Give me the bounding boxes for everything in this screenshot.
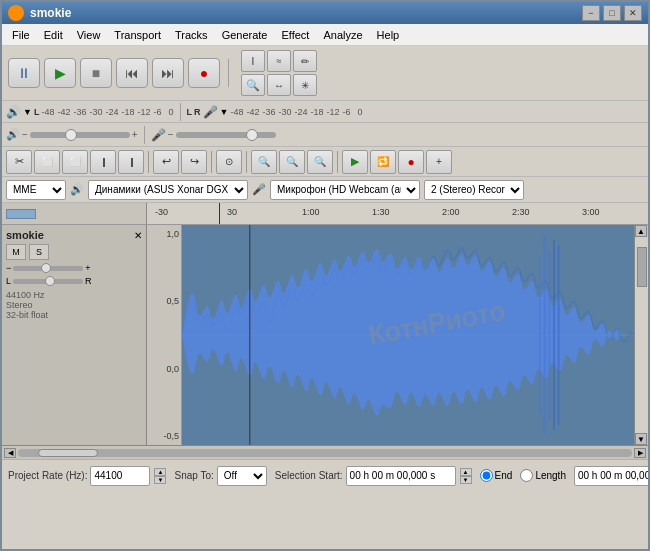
host-select[interactable]: MME (6, 180, 66, 200)
end-radio[interactable] (480, 469, 493, 482)
copy-button[interactable]: ⬜ (34, 150, 60, 174)
skip-start-button[interactable]: ⏮ (116, 58, 148, 88)
track-gain-plus: + (85, 263, 90, 273)
menu-effect[interactable]: Effect (276, 27, 316, 43)
meter-divider (180, 103, 181, 121)
volume-slider-minus: − (22, 129, 28, 140)
project-rate-field: Project Rate (Hz): ▲ ▼ (8, 466, 166, 486)
play-button[interactable]: ▶ (44, 58, 76, 88)
scroll-track[interactable] (635, 237, 648, 433)
scissors-button[interactable]: ✂ (6, 150, 32, 174)
paste-button[interactable]: ⬜ (62, 150, 88, 174)
ruler-tick-0: 30 (227, 207, 237, 217)
ruler-area[interactable]: -30 30 1:00 1:30 2:00 2:30 3:00 (147, 203, 648, 224)
hscroll-thumb[interactable] (38, 449, 98, 457)
scroll-down-button[interactable]: ▼ (635, 433, 647, 445)
tb2-divider4 (337, 151, 338, 173)
mic-device-icon: 🎤 (252, 183, 266, 196)
sel-start-up[interactable]: ▲ (460, 468, 472, 476)
stop-button[interactable]: ■ (80, 58, 112, 88)
draw-tool[interactable]: ✏ (293, 50, 317, 72)
menu-generate[interactable]: Generate (216, 27, 274, 43)
mic-gain-icon: 🎤 (151, 128, 166, 142)
zoom-out-button[interactable]: 🔍 (279, 150, 305, 174)
zoom-tool[interactable]: 🔍 (241, 74, 265, 96)
channels-select[interactable]: 2 (Stereo) Record (424, 180, 524, 200)
length-radio[interactable] (520, 469, 533, 482)
menu-bar: File Edit View Transport Tracks Generate… (2, 24, 648, 46)
envelope-tool[interactable]: ≈ (267, 50, 291, 72)
track-gain-slider[interactable] (13, 266, 83, 271)
scroll-thumb[interactable] (637, 247, 647, 287)
mute-button[interactable]: M (6, 244, 26, 260)
y-label-05: 0,5 (149, 296, 179, 306)
playhead-handle[interactable] (6, 209, 36, 219)
selection-start-spinner: ▲ ▼ (460, 468, 472, 484)
scroll-right-button[interactable]: ▶ (634, 448, 646, 458)
tool-group-selection: I ≈ ✏ 🔍 ↔ ✳ (241, 50, 317, 96)
output-dropdown-icon[interactable]: ▼ (23, 107, 32, 117)
track-pan-thumb[interactable] (45, 276, 55, 286)
slider-divider (144, 126, 145, 144)
rate-down-button[interactable]: ▼ (154, 476, 166, 484)
volume-slider[interactable] (30, 132, 130, 138)
menu-edit[interactable]: Edit (38, 27, 69, 43)
right-channel-label: R (194, 107, 201, 117)
end-radio-label[interactable]: End (480, 469, 513, 482)
snap-to-select[interactable]: Off (217, 466, 267, 486)
volume-thumb[interactable] (65, 129, 77, 141)
hscroll-track[interactable] (18, 449, 632, 457)
menu-analyze[interactable]: Analyze (317, 27, 368, 43)
project-rate-input[interactable] (90, 466, 150, 486)
menu-transport[interactable]: Transport (108, 27, 167, 43)
horizontal-scrollbar[interactable]: ◀ ▶ (2, 445, 648, 459)
redo-button[interactable]: ↪ (181, 150, 207, 174)
sync-lock-button[interactable]: ⊙ (216, 150, 242, 174)
mic-gain-slider[interactable] (176, 132, 276, 138)
track-gain-thumb[interactable] (41, 263, 51, 273)
vertical-scrollbar[interactable]: ▲ ▼ (634, 225, 648, 445)
end-time-input[interactable] (574, 466, 650, 486)
punch-button[interactable]: + (426, 150, 452, 174)
pause-button[interactable]: ⏸ (8, 58, 40, 88)
mic-icon: 🎤 (203, 105, 218, 119)
multitool[interactable]: ✳ (293, 74, 317, 96)
maximize-button[interactable]: □ (603, 5, 621, 21)
rate-up-button[interactable]: ▲ (154, 468, 166, 476)
sel-start-down[interactable]: ▼ (460, 476, 472, 484)
record2-button[interactable]: ● (398, 150, 424, 174)
menu-file[interactable]: File (6, 27, 36, 43)
solo-button[interactable]: S (29, 244, 49, 260)
silence-button[interactable]: ||| (118, 150, 144, 174)
selection-tool[interactable]: I (241, 50, 265, 72)
speaker-icon: 🔊 (70, 183, 84, 196)
skip-end-button[interactable]: ⏭ (152, 58, 184, 88)
zoom-in-button[interactable]: 🔍 (251, 150, 277, 174)
scroll-left-button[interactable]: ◀ (4, 448, 16, 458)
input-device-select[interactable]: Микрофон (HD Webcam (audi (270, 180, 420, 200)
length-radio-label[interactable]: Length (520, 469, 566, 482)
ruler-tick-100: 1:00 (302, 207, 320, 217)
waveform-area[interactable]: КотнРиото (182, 225, 634, 445)
track-close-icon[interactable]: ✕ (134, 230, 142, 241)
menu-help[interactable]: Help (371, 27, 406, 43)
tb2-divider2 (211, 151, 212, 173)
mic-gain-thumb[interactable] (246, 129, 258, 141)
menu-tracks[interactable]: Tracks (169, 27, 214, 43)
undo-button[interactable]: ↩ (153, 150, 179, 174)
minimize-button[interactable]: − (582, 5, 600, 21)
track-pan-slider[interactable] (13, 279, 83, 284)
trim-button[interactable]: ||| (90, 150, 116, 174)
loop-button[interactable]: 🔁 (370, 150, 396, 174)
left-channel-label2: L (187, 107, 193, 117)
scroll-up-button[interactable]: ▲ (635, 225, 647, 237)
timeshift-tool[interactable]: ↔ (267, 74, 291, 96)
zoom-fit-button[interactable]: 🔍 (307, 150, 333, 174)
close-button[interactable]: ✕ (624, 5, 642, 21)
record-button[interactable]: ● (188, 58, 220, 88)
output-device-select[interactable]: Динамики (ASUS Xonar DGX A (88, 180, 248, 200)
play-at-speed-button[interactable]: ▶ (342, 150, 368, 174)
mic-dropdown-icon[interactable]: ▼ (220, 107, 229, 117)
selection-start-input[interactable] (346, 466, 456, 486)
menu-view[interactable]: View (71, 27, 107, 43)
